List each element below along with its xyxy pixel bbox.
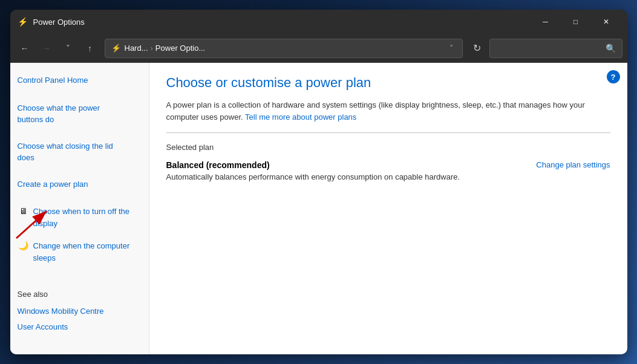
- breadcrumb-part2: Power Optio...: [155, 44, 205, 53]
- plan-details: Balanced (recommended) Automatically bal…: [166, 160, 460, 181]
- sleep-icon: 🌙: [18, 239, 30, 252]
- learn-more-link[interactable]: Tell me more about power plans: [245, 112, 356, 122]
- navigation-bar: ← → ˅ ↑ ⚡ Hard... › Power Optio... ˅ ↻ 🔍: [10, 34, 627, 63]
- dropdown-button[interactable]: ˅: [59, 39, 78, 58]
- description-text: A power plan is a collection of hardware…: [166, 100, 585, 122]
- sidebar-link-sleep[interactable]: Change when the computer sleeps: [33, 238, 142, 265]
- close-button[interactable]: ✕: [592, 13, 620, 30]
- sidebar: Control Panel Home Choose what the power…: [10, 63, 149, 354]
- app-icon: ⚡: [18, 16, 28, 27]
- content-area: ? Choose or customise a power plan A pow…: [149, 63, 627, 354]
- minimize-button[interactable]: ─: [532, 13, 560, 30]
- sidebar-link-display[interactable]: Choose when to turn off the display: [33, 204, 142, 231]
- sidebar-item-lid[interactable]: Choose what closing the liddoes: [18, 138, 142, 166]
- see-also-section: See also Windows Mobility Centre User Ac…: [18, 290, 142, 334]
- back-button[interactable]: ←: [15, 39, 34, 58]
- refresh-button[interactable]: ↻: [468, 39, 487, 58]
- window-title: Power Options: [33, 18, 532, 27]
- page-description: A power plan is a collection of hardware…: [166, 99, 610, 123]
- plan-description: Automatically balances performance with …: [166, 172, 460, 181]
- see-also-label: See also: [18, 290, 142, 299]
- help-button[interactable]: ?: [607, 70, 620, 83]
- breadcrumb: Hard... › Power Optio...: [125, 44, 443, 53]
- window-controls: ─ □ ✕: [532, 13, 620, 30]
- sidebar-item-power-buttons[interactable]: Choose what the powerbuttons do: [18, 100, 142, 128]
- change-plan-link[interactable]: Change plan settings: [536, 160, 610, 169]
- maximize-button[interactable]: □: [562, 13, 590, 30]
- search-icon: 🔍: [606, 44, 616, 53]
- selected-plan-label: Selected plan: [166, 143, 610, 152]
- breadcrumb-part1: Hard...: [125, 44, 148, 53]
- sidebar-links-section: Choose what the powerbuttons do Choose w…: [18, 100, 142, 192]
- main-window: ⚡ Power Options ─ □ ✕ ← → ˅ ↑ ⚡ Hard... …: [10, 10, 627, 354]
- title-bar: ⚡ Power Options ─ □ ✕: [10, 10, 627, 34]
- sidebar-item-sleep: 🌙 Change when the computer sleeps: [18, 238, 142, 265]
- address-bar[interactable]: ⚡ Hard... › Power Optio... ˅: [105, 39, 463, 58]
- plan-row: Balanced (recommended) Automatically bal…: [166, 160, 610, 181]
- forward-button[interactable]: →: [37, 39, 56, 58]
- sidebar-item-create-plan[interactable]: Create a power plan: [18, 177, 142, 192]
- search-input[interactable]: [496, 44, 601, 53]
- page-title: Choose or customise a power plan: [166, 75, 610, 91]
- search-bar[interactable]: 🔍: [489, 39, 622, 58]
- main-content: Control Panel Home Choose what the power…: [10, 63, 627, 354]
- address-dropdown-arrow[interactable]: ˅: [447, 42, 456, 54]
- sidebar-link-user-accounts[interactable]: User Accounts: [18, 319, 142, 335]
- address-icon: ⚡: [111, 44, 121, 53]
- display-icon: 🖥: [18, 205, 30, 217]
- sidebar-item-control-panel-home[interactable]: Control Panel Home: [18, 73, 142, 88]
- breadcrumb-separator: ›: [151, 44, 153, 53]
- up-button[interactable]: ↑: [80, 39, 100, 58]
- sidebar-item-display: 🖥 Choose when to turn off the display: [18, 204, 142, 231]
- divider: [166, 132, 610, 133]
- plan-name: Balanced (recommended): [166, 160, 460, 170]
- sidebar-nav-section: Control Panel Home: [18, 73, 142, 88]
- sidebar-link-mobility-centre[interactable]: Windows Mobility Centre: [18, 304, 142, 319]
